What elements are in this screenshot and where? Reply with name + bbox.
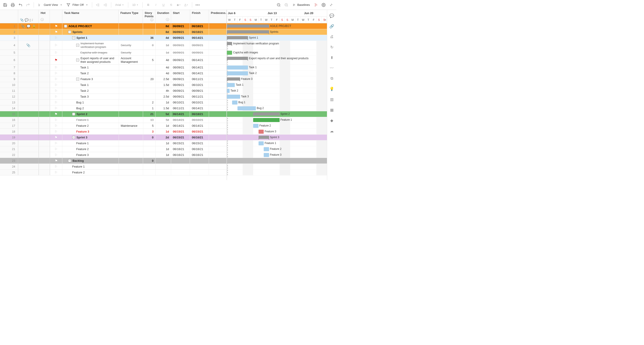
cell-duration[interactable]: 5d: [156, 111, 171, 117]
flag-icon[interactable]: ⚑: [54, 58, 58, 62]
gantt-row[interactable]: Sprints: [227, 29, 327, 35]
flag-icon[interactable]: ⚐: [54, 43, 58, 47]
gantt-bar[interactable]: [227, 95, 240, 99]
flag-icon[interactable]: ⚐: [54, 66, 58, 70]
row-number[interactable]: 15: [0, 111, 18, 117]
flag-icon[interactable]: ⚐: [54, 89, 58, 93]
row-number[interactable]: 24: [0, 164, 18, 169]
save-button[interactable]: [2, 2, 8, 8]
gantt-bar[interactable]: [227, 77, 240, 81]
flag-icon[interactable]: ⚐: [54, 106, 58, 110]
table-row[interactable]: 21⚐Feature 21d06/16/2106/16/21: [0, 146, 227, 152]
gantt-bar[interactable]: [258, 141, 264, 145]
cell-finish[interactable]: 06/16/21: [190, 152, 209, 158]
cell-duration[interactable]: 1d: [156, 129, 171, 134]
textcolor-button[interactable]: A▼: [183, 2, 190, 8]
row-number[interactable]: 19: [0, 135, 18, 140]
cell-points[interactable]: 0: [143, 158, 156, 164]
header-duration[interactable]: Durationⓘ: [156, 10, 171, 23]
gantt-bar[interactable]: [258, 136, 269, 139]
gantt-bar[interactable]: [227, 57, 248, 60]
flag-icon[interactable]: ⚐: [54, 51, 58, 55]
row-number[interactable]: 9: [0, 76, 18, 82]
cell-flag[interactable]: ⚐: [50, 50, 62, 55]
cell-start[interactable]: 06/09/21: [171, 35, 190, 41]
cell-feature[interactable]: [119, 146, 143, 152]
cell-duration[interactable]: 1d: [156, 123, 171, 129]
header-finish[interactable]: Finish: [190, 10, 209, 23]
cell-duration[interactable]: 1d: [156, 146, 171, 152]
cell-duration[interactable]: 4d: [156, 35, 171, 41]
gantt-bar[interactable]: [232, 101, 237, 105]
row-number[interactable]: 17: [0, 123, 18, 129]
cell-predecessors[interactable]: [209, 35, 227, 41]
cell-duration[interactable]: 1d: [156, 50, 171, 55]
flag-icon[interactable]: ⚑: [55, 30, 58, 34]
cell-finish[interactable]: 06/10/21: [190, 100, 209, 105]
cell-feature[interactable]: [119, 135, 143, 140]
cell-predecessors[interactable]: [209, 50, 227, 55]
row-number[interactable]: 20: [0, 140, 18, 146]
cell-finish[interactable]: 06/09/21: [190, 50, 209, 55]
header-story-points[interactable]: Story Pointsⓘ: [143, 10, 156, 23]
cell-predecessors[interactable]: [209, 117, 227, 123]
cell-hot[interactable]: [39, 23, 50, 29]
collapse-button[interactable]: [328, 2, 334, 8]
cell-finish[interactable]: 06/18/21: [190, 29, 209, 35]
cell-hot[interactable]: [39, 94, 50, 99]
cell-finish[interactable]: 06/14/21: [190, 56, 209, 64]
gantt-bar[interactable]: [227, 36, 248, 39]
cell-flag[interactable]: ⚐: [50, 94, 62, 99]
publish-panel-icon[interactable]: ⬆: [330, 55, 334, 60]
cell-finish[interactable]: [190, 158, 209, 164]
gantt-row[interactable]: Feature 1: [227, 140, 327, 146]
zoom-in-button[interactable]: [283, 2, 290, 8]
view-selector[interactable]: Gantt View ▼: [36, 2, 64, 8]
cell-duration[interactable]: [156, 170, 171, 175]
row-number[interactable]: 13: [0, 100, 18, 105]
flag-icon[interactable]: ⚐: [54, 141, 58, 145]
cell-hot[interactable]: [39, 152, 50, 158]
row-number[interactable]: 18: [0, 129, 18, 134]
gantt-bar[interactable]: [227, 66, 248, 70]
cell-predecessors[interactable]: [209, 65, 227, 70]
gantt-row[interactable]: Feature 2: [227, 146, 327, 152]
expander-icon[interactable]: −: [68, 159, 71, 162]
cell-duration[interactable]: 5d: [156, 117, 171, 123]
gantt-row[interactable]: Implement human verification program: [227, 41, 327, 50]
table-row[interactable]: 11⚐Task 24h06/09/2106/09/21: [0, 88, 227, 94]
gantt-bar[interactable]: [264, 153, 269, 157]
cell-task-name[interactable]: Bug 2: [62, 105, 119, 111]
row-number[interactable]: 6: [0, 56, 18, 64]
cell-start[interactable]: 06/09/21: [171, 76, 190, 82]
cell-flag[interactable]: ⚐: [50, 88, 62, 94]
cell-start[interactable]: 06/11/21: [171, 105, 190, 111]
cell-task-name[interactable]: −Sprint 2: [62, 111, 119, 117]
cell-flag[interactable]: ⚐: [50, 152, 62, 158]
cell-task-name[interactable]: Task 1: [62, 82, 119, 88]
expander-icon[interactable]: −: [76, 78, 79, 81]
cell-task-name[interactable]: −Feature 3: [62, 76, 119, 82]
print-button[interactable]: [10, 2, 16, 8]
table-row[interactable]: 8⚐Task 24d06/09/2106/14/21: [0, 71, 227, 76]
cell-hot[interactable]: [39, 111, 50, 117]
cell-task-name[interactable]: Bug 1: [62, 100, 119, 105]
cell-finish[interactable]: 06/10/21: [190, 82, 209, 88]
cell-feature[interactable]: [119, 88, 143, 94]
table-row[interactable]: 16⚐Feature 1135d06/14/2106/18/21: [0, 117, 227, 123]
font-selector[interactable]: Arial▼: [114, 2, 126, 8]
zoom-out-button[interactable]: [275, 2, 282, 8]
cell-duration[interactable]: 1d: [156, 152, 171, 158]
cell-hot[interactable]: [39, 41, 50, 50]
cell-finish[interactable]: [190, 170, 209, 175]
gantt-body[interactable]: AGILE PROJECTSprintsSprint 1Implement hu…: [227, 23, 327, 175]
cell-task-name[interactable]: −Sprint 1: [62, 35, 119, 41]
cell-hot[interactable]: [39, 135, 50, 140]
cell-hot[interactable]: [39, 29, 50, 35]
cell-feature[interactable]: [119, 94, 143, 99]
cell-flag[interactable]: ⚐: [50, 146, 62, 152]
cell-start[interactable]: 06/09/21: [171, 50, 190, 55]
apps-panel-icon[interactable]: ▦: [330, 108, 334, 112]
table-row[interactable]: 25⚐Feature 2: [0, 170, 227, 175]
cell-points[interactable]: 21: [143, 111, 156, 117]
